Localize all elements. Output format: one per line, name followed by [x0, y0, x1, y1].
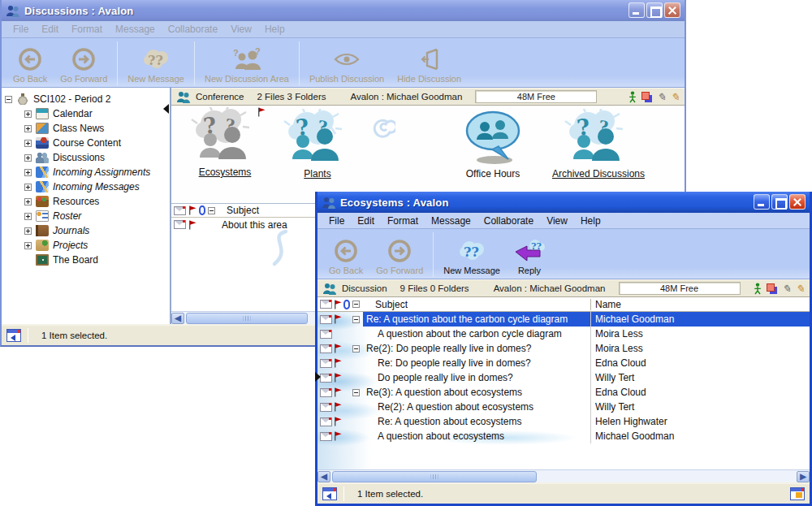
list-header[interactable]: Subject Name	[317, 297, 810, 312]
menu-item-help[interactable]: Help	[575, 214, 607, 228]
splitter-collapse-arrow[interactable]	[315, 372, 321, 382]
tree-expander-plus[interactable]	[24, 169, 32, 176]
maximize-button[interactable]	[646, 2, 663, 18]
conference-item-archived-discussions[interactable]: ? ? Archived Discussions	[535, 109, 662, 179]
tree-expander-minus[interactable]	[5, 96, 12, 103]
scrollbar-thumb[interactable]	[332, 471, 537, 482]
new-message-button[interactable]: ??New Message	[121, 40, 191, 87]
tree-item-projects[interactable]: Projects	[2, 238, 170, 253]
tree-item-sci102-period-2[interactable]: SCI102 - Period 2	[2, 92, 170, 106]
go-forward-button[interactable]: Go Forward	[369, 231, 430, 279]
tree-expander-plus[interactable]	[24, 154, 32, 162]
hide-discussion-button[interactable]: Hide Discussion	[391, 40, 468, 87]
decorative-s-swirl	[265, 228, 294, 269]
new-message-button[interactable]: ??New Message	[437, 231, 507, 279]
reply-button[interactable]: ?? Reply	[507, 231, 552, 279]
thread-collapse-box[interactable]	[352, 345, 360, 352]
scroll-left-arrow[interactable]: ◀	[171, 313, 184, 324]
tree-item-class-news[interactable]: Class News	[2, 121, 170, 136]
conference-item-plants[interactable]: ? ? Plants	[254, 109, 381, 179]
message-row[interactable]: Re: A question about the carbon cycle di…	[317, 312, 810, 327]
go-back-button[interactable]: Go Back	[322, 231, 369, 279]
publish-discussion-button[interactable]: Publish Discussion	[303, 40, 391, 87]
tree-expander-plus[interactable]	[24, 110, 32, 118]
menu-item-help[interactable]: Help	[259, 22, 291, 37]
message-row[interactable]: Re(2): Do people really live in domes?Mo…	[317, 341, 810, 356]
titlebar-ecosystems[interactable]: Ecosystems : Avalon	[317, 192, 810, 213]
layers-icon[interactable]	[767, 283, 777, 294]
scroll-left-arrow[interactable]: ◀	[317, 471, 330, 482]
thread-collapse-box[interactable]	[352, 389, 360, 396]
collapse-all-box[interactable]	[208, 207, 215, 214]
tree-item-calendar[interactable]: Calendar	[2, 106, 170, 121]
tree-expander-plus[interactable]	[24, 227, 32, 235]
pane-toggle-icon[interactable]	[6, 329, 21, 342]
close-button[interactable]	[789, 194, 806, 210]
minimize-button[interactable]	[628, 2, 645, 18]
tree-item-incoming-assignments[interactable]: Incoming Assignments	[2, 165, 170, 179]
menu-item-message[interactable]: Message	[425, 214, 477, 228]
tree-item-the-board[interactable]: The Board	[2, 253, 170, 267]
tree-expander-plus[interactable]	[24, 242, 32, 249]
menu-item-file[interactable]: File	[7, 22, 34, 37]
titlebar-discussions[interactable]: Discussions : Avalon	[2, 0, 685, 21]
go-back-icon	[18, 46, 42, 72]
splitter-collapse-arrow[interactable]	[163, 104, 169, 114]
subject-column-header[interactable]: Subject	[364, 299, 590, 310]
message-row[interactable]: Re: A question about ecosystemsHelen Hig…	[317, 414, 810, 429]
menu-item-format[interactable]: Format	[382, 214, 424, 228]
subject-cell: Re: A question about the carbon cycle di…	[363, 312, 590, 327]
tree-expander-plus[interactable]	[24, 140, 32, 147]
tree-expander-plus[interactable]	[24, 198, 32, 205]
menu-item-edit[interactable]: Edit	[352, 214, 380, 228]
journals-icon	[36, 225, 49, 236]
menu-item-format[interactable]: Format	[66, 22, 108, 37]
message-row[interactable]: Do people really live in domes?Willy Ter…	[317, 370, 810, 385]
go-back-button[interactable]: Go Back	[6, 40, 54, 87]
menu-item-message[interactable]: Message	[110, 22, 161, 37]
tree-item-journals[interactable]: Journals	[2, 223, 170, 238]
tree-item-discussions[interactable]: Discussions	[2, 150, 170, 165]
edit-pencil-icon[interactable]: ✎	[782, 283, 791, 294]
message-row[interactable]: Re(2): A question about ecosystemsWilly …	[317, 400, 810, 414]
message-row[interactable]: Re(3): A question about ecosystemsEdna C…	[317, 385, 810, 400]
close-button[interactable]	[664, 2, 680, 18]
name-cell: Willy Tert	[590, 370, 810, 385]
sign-pencil-icon[interactable]: ✎	[796, 283, 805, 294]
menu-item-edit[interactable]: Edit	[36, 22, 64, 37]
sign-pencil-icon[interactable]: ✎	[671, 92, 680, 102]
scroll-right-arrow[interactable]: ▶	[797, 471, 810, 482]
tree-expander-plus[interactable]	[24, 213, 32, 220]
collapse-all-box[interactable]	[352, 301, 360, 308]
tree-item-roster[interactable]: Roster	[2, 209, 170, 223]
name-column-header[interactable]: Name	[590, 299, 810, 310]
go-forward-button[interactable]: Go Forward	[54, 40, 114, 87]
new-discussion-area-button[interactable]: ? ? New Discussion Area	[198, 40, 296, 87]
scrollbar-thumb[interactable]	[186, 313, 308, 324]
tree-item-incoming-messages[interactable]: Incoming Messages	[2, 179, 170, 194]
menu-item-view[interactable]: View	[225, 22, 257, 37]
thread-collapse-box[interactable]	[352, 316, 360, 323]
tree-item-course-content[interactable]: Course Content	[2, 136, 170, 150]
tree-expander-plus[interactable]	[24, 125, 32, 132]
member-icon[interactable]	[628, 91, 637, 103]
menu-item-collaborate[interactable]: Collaborate	[478, 214, 539, 228]
view-mode-icon[interactable]	[790, 487, 805, 500]
minimize-button[interactable]	[754, 194, 770, 210]
layers-icon[interactable]	[641, 92, 652, 102]
message-row[interactable]: A question about the carbon cycle diagra…	[317, 327, 810, 341]
go-forward-icon	[387, 238, 412, 264]
edit-pencil-icon[interactable]: ✎	[657, 92, 666, 102]
menu-item-collaborate[interactable]: Collaborate	[162, 22, 223, 37]
horizontal-scrollbar[interactable]: ◀ ▶	[317, 469, 810, 482]
menu-item-view[interactable]: View	[541, 214, 573, 228]
message-row[interactable]: A question about ecosystemsMichael Goodm…	[317, 429, 810, 443]
tree-item-resources[interactable]: Resources	[2, 194, 170, 209]
subject-cell: Re(2): Do people really live in domes?	[363, 341, 590, 356]
message-row[interactable]: Re: Do people really live in domes?Edna …	[317, 356, 810, 370]
pane-toggle-icon[interactable]	[322, 487, 337, 500]
maximize-button[interactable]	[771, 194, 788, 210]
member-icon[interactable]	[754, 283, 762, 295]
tree-expander-plus[interactable]	[24, 184, 32, 191]
menu-item-file[interactable]: File	[323, 214, 350, 228]
